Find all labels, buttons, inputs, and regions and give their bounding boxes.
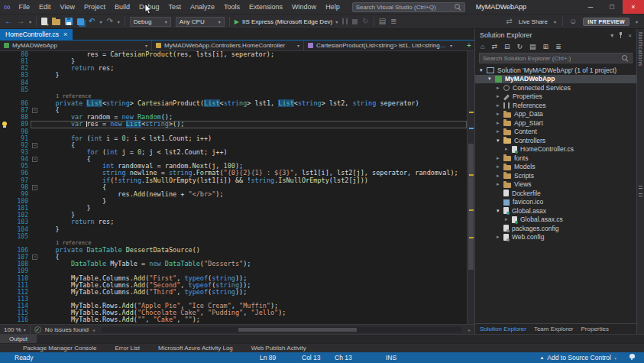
menu-tools[interactable]: Tools — [219, 3, 244, 11]
tree-item-scripts[interactable]: ▸Scripts — [475, 171, 636, 180]
code-line[interactable]: 112 MyTable.Columns.Add("Third", typeof(… — [0, 289, 467, 296]
expander-icon[interactable]: ▸ — [497, 128, 503, 135]
tree-item-solution-mymadwebapp-1-of-1-project[interactable]: ▾Solution 'MyMADWebApp' (1 of 1 project) — [475, 66, 636, 75]
expander-icon[interactable]: ▾ — [497, 208, 503, 214]
code-line[interactable]: 103 return res; — [0, 219, 467, 225]
expander-icon[interactable]: ▾ — [488, 76, 495, 82]
code-editor[interactable]: 80 res = CartesianProduct(res, lsts[i], … — [0, 51, 474, 324]
code-line[interactable]: 104 } — [0, 226, 467, 233]
tree-item-mymadwebapp[interactable]: ▾MyMADWebApp — [475, 75, 636, 84]
feedback-smiley-icon[interactable]: ☺ — [569, 18, 577, 25]
code-line[interactable]: 116 MyTable.Rows.Add("", "Cake", ""); — [0, 316, 467, 323]
expander-icon[interactable]: ▾ — [497, 138, 503, 144]
menu-extensions[interactable]: Extensions — [244, 3, 287, 11]
new-file-icon[interactable] — [41, 18, 47, 25]
expander-icon[interactable]: ▸ — [497, 85, 503, 91]
menu-file[interactable]: File — [15, 3, 35, 11]
navigate-to-icon[interactable]: ≣ — [390, 18, 396, 25]
solution-search-box[interactable]: Search Solution Explorer (Ctrl+;) — [479, 53, 633, 63]
pin-icon[interactable] — [618, 32, 623, 39]
close-button[interactable]: × — [623, 0, 644, 14]
expander-icon[interactable]: ▸ — [497, 181, 503, 187]
breadcrumb-class-dropdown[interactable]: MyMADWebApp.Controllers.HomeController ▾ — [152, 41, 304, 50]
fold-marker[interactable]: - — [31, 156, 40, 163]
navigation-dropdown-icon[interactable]: ▾ — [29, 19, 31, 24]
breadcrumb-method-dropdown[interactable]: CartesianProduct(List<string> lst1, List… — [304, 41, 456, 50]
expander-icon[interactable]: ▸ — [497, 111, 503, 117]
live-share-icon[interactable]: ⇄ — [506, 18, 512, 25]
live-share-label[interactable]: Live Share — [519, 18, 548, 25]
find-in-files-icon[interactable]: ▤ — [379, 18, 386, 25]
tree-item-content[interactable]: ▸Content — [475, 128, 636, 137]
code-line[interactable]: 82 return res; — [0, 65, 467, 72]
menu-build[interactable]: Build — [110, 3, 134, 11]
tree-item-homecontroller-cs[interactable]: ▸HomeController.cs — [475, 145, 636, 154]
expander-icon[interactable]: ▸ — [497, 93, 503, 99]
tree-item-models[interactable]: ▸Models — [475, 163, 636, 172]
lightbulb-icon[interactable] — [2, 122, 7, 126]
live-share-dropdown-icon[interactable]: ▾ — [554, 19, 556, 24]
tab-microsoft-azure-activity-log[interactable]: Microsoft Azure Activity Log — [158, 345, 233, 352]
code-line[interactable]: 108 DataTable MyTable = new DataTable("D… — [0, 261, 467, 267]
tree-item-dockerfile[interactable]: Dockerfile — [475, 189, 636, 198]
tree-item-views[interactable]: ▸Views — [475, 180, 636, 190]
tree-item-controllers[interactable]: ▾Controllers — [475, 136, 636, 145]
scrollbar-thumb[interactable] — [468, 144, 474, 269]
tab-error-list[interactable]: Error List — [115, 345, 140, 352]
tree-item-app-start[interactable]: ▸App_Start — [475, 118, 636, 128]
tree-item-properties[interactable]: ▸Properties — [475, 92, 636, 102]
expander-icon[interactable]: ▸ — [497, 120, 503, 126]
start-debugging-button[interactable]: ▶ IIS Express (Microsoft Edge Dev) ▾ — [235, 18, 338, 25]
navigate-forward-icon[interactable]: → — [17, 18, 24, 25]
save-icon[interactable] — [65, 18, 73, 25]
tab-properties[interactable]: Properties — [581, 326, 609, 332]
expander-icon[interactable]: ▸ — [505, 216, 512, 222]
scrollbar-thumb[interactable] — [238, 328, 357, 332]
tab-output[interactable]: Output — [0, 335, 37, 343]
tab-web-publish-activity[interactable]: Web Publish Activity — [251, 345, 306, 352]
tab-team-explorer[interactable]: Team Explorer — [534, 326, 574, 332]
solution-configuration-dropdown[interactable]: Debug ▾ — [130, 17, 171, 27]
minimize-button[interactable]: ─ — [580, 0, 601, 14]
breadcrumb-project-dropdown[interactable]: MyMADWebApp ▾ — [0, 41, 152, 50]
int-preview-badge[interactable]: INT PREVIEW — [583, 18, 629, 26]
zoom-dropdown[interactable]: 100 % ▾ — [4, 326, 26, 333]
editor-vertical-scrollbar[interactable] — [467, 51, 474, 324]
expander-icon[interactable]: ▸ — [497, 173, 503, 179]
code-line[interactable]: 106 private DataTable DessertDataSource(… — [0, 247, 467, 254]
expander-icon[interactable]: ▸ — [497, 155, 503, 161]
quick-launch-search[interactable]: Search Visual Studio (Ctrl+Q) — [352, 2, 465, 12]
tree-item-fonts[interactable]: ▸fonts — [475, 154, 636, 163]
horizontal-scrollbar[interactable] — [102, 327, 461, 332]
code-line[interactable]: 84 — [0, 79, 467, 86]
menu-edit[interactable]: Edit — [34, 3, 56, 11]
tree-item-favicon-ico[interactable]: favicon.ico — [475, 198, 636, 207]
sync-with-active-document-icon[interactable]: ⇄ — [491, 44, 497, 50]
tab-package-manager-console[interactable]: Package Manager Console — [23, 345, 97, 352]
refresh-icon[interactable]: ↻ — [517, 44, 523, 50]
menu-project[interactable]: Project — [79, 3, 110, 11]
fold-marker[interactable]: - — [31, 254, 40, 261]
undo-icon[interactable]: ↶ — [89, 18, 95, 25]
add-icon[interactable]: + — [464, 41, 474, 50]
notifications-tab[interactable]: Notifications — [638, 32, 643, 66]
health-check-icon[interactable]: ✓ — [34, 326, 41, 333]
undo-dropdown-icon[interactable]: ▾ — [99, 19, 102, 24]
menu-analyze[interactable]: Analyze — [186, 3, 219, 11]
tree-item-connected-services[interactable]: ▸Connected Services — [475, 83, 636, 92]
close-tab-icon[interactable]: × — [63, 31, 67, 38]
fold-marker[interactable]: - — [31, 184, 40, 191]
code-line[interactable]: 85 — [0, 86, 467, 93]
tree-item-global-asax[interactable]: ▾Global.asax — [475, 206, 636, 216]
solution-platform-dropdown[interactable]: Any CPU ▾ — [176, 17, 225, 27]
expander-icon[interactable]: ▸ — [497, 234, 503, 240]
menu-test[interactable]: Test — [164, 3, 186, 11]
window-position-icon[interactable]: ▾ — [610, 32, 613, 39]
fold-marker[interactable]: - — [31, 142, 40, 149]
issues-status[interactable]: No issues found — [45, 326, 89, 333]
add-to-source-control-button[interactable]: ▲ Add to Source Control ▾ — [539, 354, 616, 361]
scroll-left-icon[interactable]: ◂ — [92, 327, 95, 332]
navigate-back-icon[interactable]: ← — [5, 18, 12, 25]
switch-views-icon[interactable]: ≣ — [555, 44, 561, 50]
properties-icon[interactable]: ⊞ — [543, 44, 549, 50]
